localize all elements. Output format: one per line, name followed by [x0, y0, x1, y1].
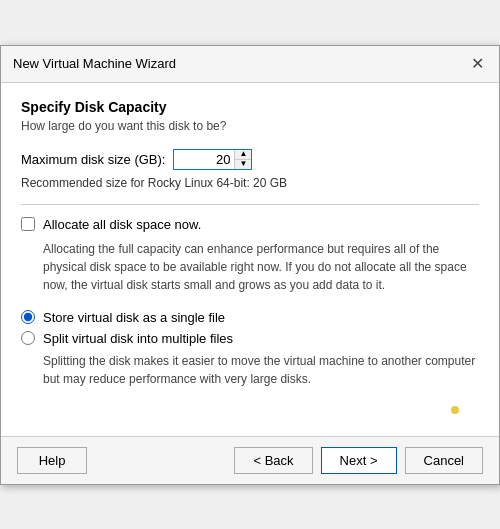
single-file-radio-row: Store virtual disk as a single file [21, 310, 479, 325]
spinner-down-button[interactable]: ▼ [235, 160, 251, 169]
spinner-up-button[interactable]: ▲ [235, 150, 251, 160]
title-bar: New Virtual Machine Wizard ✕ [1, 46, 499, 83]
multiple-files-description: Splitting the disk makes it easier to mo… [43, 352, 479, 388]
multiple-files-radio-row: Split virtual disk into multiple files [21, 331, 479, 346]
allocate-checkbox-label[interactable]: Allocate all disk space now. [43, 217, 201, 232]
next-button[interactable]: Next > [321, 447, 397, 474]
disk-size-input[interactable] [174, 150, 234, 169]
dialog-content: Specify Disk Capacity How large do you w… [1, 83, 499, 436]
dot-area [21, 400, 479, 420]
divider [21, 204, 479, 205]
dialog-footer: Help < Back Next > Cancel [1, 436, 499, 484]
dialog-window: New Virtual Machine Wizard ✕ Specify Dis… [0, 45, 500, 485]
allocate-checkbox[interactable] [21, 217, 35, 231]
allocate-description: Allocating the full capacity can enhance… [43, 240, 479, 294]
spinner-buttons: ▲ ▼ [234, 150, 251, 169]
single-file-radio[interactable] [21, 310, 35, 324]
dialog-title: New Virtual Machine Wizard [13, 56, 176, 71]
help-button[interactable]: Help [17, 447, 87, 474]
disk-size-input-wrapper: ▲ ▼ [173, 149, 252, 170]
section-title: Specify Disk Capacity [21, 99, 479, 115]
radio-group: Store virtual disk as a single file Spli… [21, 310, 479, 388]
disk-size-row: Maximum disk size (GB): ▲ ▼ [21, 149, 479, 170]
close-button[interactable]: ✕ [467, 54, 487, 74]
allocate-checkbox-row: Allocate all disk space now. [21, 217, 479, 232]
multiple-files-label[interactable]: Split virtual disk into multiple files [43, 331, 233, 346]
multiple-files-radio[interactable] [21, 331, 35, 345]
section-subtitle: How large do you want this disk to be? [21, 119, 479, 133]
single-file-label[interactable]: Store virtual disk as a single file [43, 310, 225, 325]
recommended-size-text: Recommended size for Rocky Linux 64-bit:… [21, 176, 479, 190]
disk-size-label: Maximum disk size (GB): [21, 152, 165, 167]
decoration-dot [451, 406, 459, 414]
back-button[interactable]: < Back [234, 447, 312, 474]
navigation-buttons: < Back Next > Cancel [234, 447, 483, 474]
cancel-button[interactable]: Cancel [405, 447, 483, 474]
